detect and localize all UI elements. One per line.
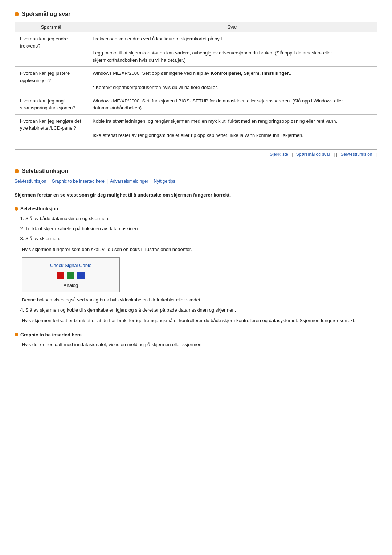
col-answer: Svar (87, 22, 377, 32)
subnav-sep3: | (150, 179, 151, 184)
subnav-sep1: | (48, 179, 49, 184)
step-1: Slå av både datamaskinen og skjermen. (25, 215, 377, 222)
a1: Frekvensen kan endres ved å konfigurere … (87, 32, 377, 67)
signal-box-wrapper: Check Signal Cable Analog (22, 257, 377, 292)
graphic-text: Hvis det er noe galt med inndatasignalet… (22, 341, 377, 348)
table-row: Hvordan kan jeg endre frekvens? Frekvens… (15, 32, 377, 67)
a2: Windows ME/XP/2000: Sett oppløsningene v… (87, 67, 377, 94)
q1: Hvordan kan jeg endre frekvens? (15, 32, 87, 67)
after-step3: Hvis skjermen fungerer som den skal, vil… (22, 246, 377, 253)
green-square (67, 272, 74, 279)
step4-list: Slå av skjermen og koble til skjermkabel… (25, 307, 377, 314)
step-3: Slå av skjermen. (25, 235, 377, 242)
orange-dot2-icon (15, 169, 19, 173)
steps-list: Slå av både datamaskinen og skjermen. Tr… (25, 215, 377, 242)
table-row: Hvordan kan jeg rengjøre det ytre kabine… (15, 114, 377, 142)
selvtest-section: Selvtestfunksjon Selvtestfunksjon | Grap… (15, 168, 377, 348)
subnav-sep2: | (107, 179, 108, 184)
subnav-tips[interactable]: Nyttige tips (154, 179, 175, 184)
after-box: Denne boksen vises også ved vanlig bruk … (22, 296, 377, 304)
color-squares (29, 272, 112, 279)
subnav-advarsel[interactable]: Advarselsmeldinger (110, 179, 148, 184)
nav-sep1: | (291, 152, 293, 157)
a4: Koble fra strømledningen, og rengjør skj… (87, 114, 377, 142)
nav-bar: Sjekkliste | Spørsmål og svar | | Selvte… (15, 149, 377, 157)
graphic-section: Graphic to be inserted here Hvis det er … (15, 328, 377, 348)
after-step4: Hvis skjermen fortsatt er blank etter at… (22, 317, 377, 324)
a3: Windows ME/XP/2000: Sett funksjonen i BI… (87, 94, 377, 114)
table-row: Hvordan kan jeg angi strømsparingsfunksj… (15, 94, 377, 114)
small-dot-icon (15, 207, 18, 211)
step-2: Trekk ut skjermkabelen på baksiden av da… (25, 225, 377, 232)
subnav-selvtest[interactable]: Selvtestfunksjon (15, 179, 46, 184)
signal-box-title: Check Signal Cable (29, 263, 112, 268)
signal-box-label: Analog (29, 283, 112, 288)
graphic-header: Graphic to be inserted here (15, 332, 377, 337)
col-question: Spørsmål (15, 22, 87, 32)
table-row: Hvordan kan jeg justere oppløsningen? Wi… (15, 67, 377, 94)
selvtest-subsection: Selvtestfunksjon Slå av både datamaskine… (15, 202, 377, 324)
q4: Hvordan kan jeg rengjøre det ytre kabine… (15, 114, 87, 142)
nav-sjekkliste[interactable]: Sjekkliste (270, 152, 288, 157)
subnav-graphic[interactable]: Graphic to be inserted here (52, 179, 105, 184)
selvtest-header: Selvtestfunksjon (15, 168, 377, 174)
orange-dot-icon (15, 12, 19, 16)
selvtest-intro: Skjermen foretar en selvtest som gir deg… (15, 189, 377, 198)
selvtest-title: Selvtestfunksjon (22, 168, 68, 174)
red-square (57, 272, 64, 279)
qa-title: Spørsmål og svar (22, 11, 70, 17)
small-dot2-icon (15, 333, 18, 336)
step-4: Slå av skjermen og koble til skjermkabel… (25, 307, 377, 314)
q3: Hvordan kan jeg angi strømsparingsfunksj… (15, 94, 87, 114)
subsection-header: Selvtestfunksjon (15, 206, 377, 211)
nav-sep2: | | (334, 152, 337, 157)
sub-nav: Selvtestfunksjon | Graphic to be inserte… (15, 179, 377, 184)
graphic-title: Graphic to be inserted here (20, 332, 82, 337)
signal-box: Check Signal Cable Analog (22, 257, 120, 292)
nav-selvtest[interactable]: Selvtestfunksjon (340, 152, 372, 157)
q2: Hvordan kan jeg justere oppløsningen? (15, 67, 87, 94)
nav-sep3: | (376, 152, 377, 157)
subsection-title: Selvtestfunksjon (20, 206, 58, 211)
qa-table: Spørsmål Svar Hvordan kan jeg endre frek… (15, 22, 377, 142)
nav-qa[interactable]: Spørsmål og svar (296, 152, 330, 157)
blue-square (77, 272, 85, 279)
qa-section-header: Spørsmål og svar (15, 11, 377, 17)
